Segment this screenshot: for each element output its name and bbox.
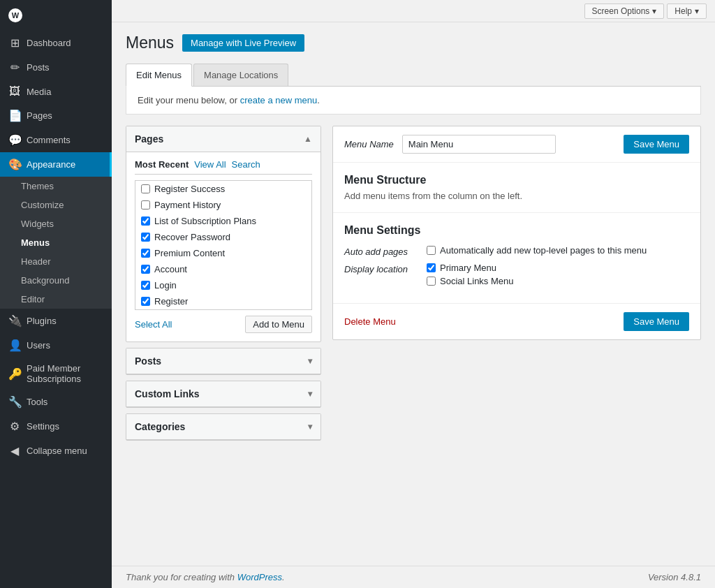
page-checkbox-register[interactable]	[141, 297, 150, 306]
page-checkbox-register-success[interactable]	[141, 184, 150, 193]
appearance-submenu: Themes Customize Widgets Menus Header Ba…	[0, 177, 112, 309]
list-item: Payment History	[135, 197, 311, 213]
sidebar-item-widgets[interactable]: Widgets	[0, 214, 112, 233]
screen-options-button[interactable]: Screen Options ▾	[584, 3, 665, 19]
primary-menu-row: Primary Menu	[427, 263, 514, 273]
auto-add-pages-row: Auto add pages Automatically add new top…	[344, 245, 689, 257]
screen-options-label: Screen Options	[592, 6, 650, 16]
posts-section-label: Posts	[135, 355, 161, 367]
settings-icon: ⚙	[8, 420, 21, 433]
custom-links-section-label: Custom Links	[135, 388, 200, 399]
page-checkbox-login[interactable]	[141, 281, 150, 290]
subtab-view-all[interactable]: View All	[194, 159, 226, 170]
auto-add-text: Automatically add new top-level pages to…	[440, 245, 647, 256]
sidebar-item-media[interactable]: 🖼 Media	[0, 80, 112, 103]
sidebar-item-menus[interactable]: Menus	[0, 233, 112, 252]
sidebar-item-label: Collapse menu	[27, 446, 87, 456]
menu-footer: Delete Menu Save Menu	[333, 304, 700, 339]
content-area: Menus Manage with Live Preview Edit Menu…	[112, 22, 715, 566]
sidebar-item-pages[interactable]: 📄 Pages	[0, 103, 112, 128]
list-item: Register	[135, 293, 311, 309]
auto-add-pages-label: Auto add pages	[344, 245, 421, 257]
sidebar-item-tools[interactable]: 🔧 Tools	[0, 390, 112, 414]
help-button[interactable]: Help ▾	[667, 3, 707, 19]
page-checkbox-account[interactable]	[141, 265, 150, 274]
paid-member-icon: 🔑	[8, 367, 21, 381]
footer-thank-you: Thank you for creating with	[126, 572, 237, 582]
sidebar-item-label: Users	[27, 340, 50, 351]
select-all-link[interactable]: Select All	[135, 319, 172, 330]
page-checkbox-subscription-plans[interactable]	[141, 216, 150, 226]
display-location-row: Display location Primary Menu Social Lin…	[344, 263, 689, 286]
page-label: Premium Content	[154, 248, 225, 258]
page-checkbox-premium-content[interactable]	[141, 249, 150, 258]
page-checkbox-payment-history[interactable]	[141, 200, 150, 210]
sidebar-item-users[interactable]: 👤 Users	[0, 333, 112, 358]
custom-links-section: Custom Links ▾	[126, 381, 321, 408]
dashboard-icon: ⊞	[8, 36, 21, 50]
sidebar-item-appearance[interactable]: 🎨 Appearance	[0, 152, 112, 177]
tab-manage-locations[interactable]: Manage Locations	[193, 64, 288, 86]
sidebar-item-posts[interactable]: ✏ Posts	[0, 55, 112, 80]
live-preview-button[interactable]: Manage with Live Preview	[182, 34, 304, 52]
save-menu-button-bottom[interactable]: Save Menu	[624, 312, 689, 331]
tab-edit-menus[interactable]: Edit Menus	[126, 64, 192, 87]
menu-name-label: Menu Name	[344, 139, 394, 149]
subtab-search[interactable]: Search	[232, 159, 260, 170]
sidebar-item-customize[interactable]: Customize	[0, 196, 112, 214]
info-text-before: Edit your menu below, or	[138, 95, 240, 105]
auto-add-checkbox[interactable]	[427, 246, 436, 255]
sidebar-item-plugins[interactable]: 🔌 Plugins	[0, 309, 112, 333]
wordpress-icon: W	[8, 8, 22, 22]
custom-links-accordion-header[interactable]: Custom Links ▾	[126, 381, 320, 407]
menu-name-input[interactable]	[402, 135, 556, 154]
pages-icon: 📄	[8, 109, 21, 122]
page-label: Payment History	[154, 200, 221, 210]
info-bar: Edit your menu below, or create a new me…	[126, 87, 701, 115]
sidebar-item-background[interactable]: Background	[0, 271, 112, 290]
tools-icon: 🔧	[8, 395, 21, 409]
footer-period: .	[282, 572, 285, 582]
page-checkbox-recover-password[interactable]	[141, 233, 150, 242]
display-location-label: Display location	[344, 263, 421, 274]
two-column-layout: Pages ▲ Most Recent View All Search	[126, 126, 701, 446]
categories-accordion-header[interactable]: Categories ▾	[126, 414, 320, 440]
sidebar-item-settings[interactable]: ⚙ Settings	[0, 414, 112, 439]
create-new-menu-link[interactable]: create a new menu	[240, 95, 318, 105]
sidebar-item-label: Comments	[27, 135, 71, 145]
delete-menu-link[interactable]: Delete Menu	[344, 316, 396, 327]
sidebar-item-themes[interactable]: Themes	[0, 177, 112, 196]
categories-section-label: Categories	[135, 421, 185, 432]
sidebar-item-dashboard[interactable]: ⊞ Dashboard	[0, 31, 112, 55]
pages-section: Pages ▲ Most Recent View All Search	[126, 126, 321, 342]
primary-menu-checkbox[interactable]	[427, 263, 436, 272]
custom-links-expand-arrow-icon: ▾	[308, 389, 312, 399]
screen-options-arrow-icon: ▾	[652, 6, 656, 16]
page-label: Recover Password	[154, 232, 230, 242]
subtab-most-recent[interactable]: Most Recent	[135, 159, 189, 170]
topbar: Screen Options ▾ Help ▾	[112, 0, 715, 22]
posts-section: Posts ▾	[126, 348, 321, 375]
wordpress-link[interactable]: WordPress	[237, 572, 282, 582]
users-icon: 👤	[8, 339, 21, 352]
sidebar-item-header[interactable]: Header	[0, 252, 112, 271]
posts-icon: ✏	[8, 61, 21, 74]
page-label: Account	[154, 264, 187, 274]
list-item: List of Subscription Plans	[135, 213, 311, 229]
social-links-checkbox[interactable]	[427, 277, 436, 286]
sidebar-item-label: Pages	[27, 110, 52, 121]
menu-structure-section: Menu Structure Add menu items from the c…	[333, 163, 700, 213]
pages-accordion-header[interactable]: Pages ▲	[126, 126, 320, 152]
sidebar-item-editor[interactable]: Editor	[0, 290, 112, 309]
sidebar-item-paid-member[interactable]: 🔑 Paid Member Subscriptions	[0, 358, 112, 390]
sidebar-item-comments[interactable]: 💬 Comments	[0, 128, 112, 152]
list-item: Register Success	[135, 181, 311, 197]
right-panel: Menu Name Save Menu Menu Structure Add m…	[332, 126, 701, 340]
save-menu-button-top[interactable]: Save Menu	[624, 135, 689, 154]
menu-settings-section: Menu Settings Auto add pages Automatical…	[333, 213, 700, 304]
sidebar-item-collapse[interactable]: ◀ Collapse menu	[0, 439, 112, 463]
add-to-menu-button[interactable]: Add to Menu	[245, 316, 312, 333]
menus-tabs: Edit Menus Manage Locations	[126, 64, 701, 87]
help-arrow-icon: ▾	[695, 6, 699, 16]
posts-accordion-header[interactable]: Posts ▾	[126, 348, 320, 374]
